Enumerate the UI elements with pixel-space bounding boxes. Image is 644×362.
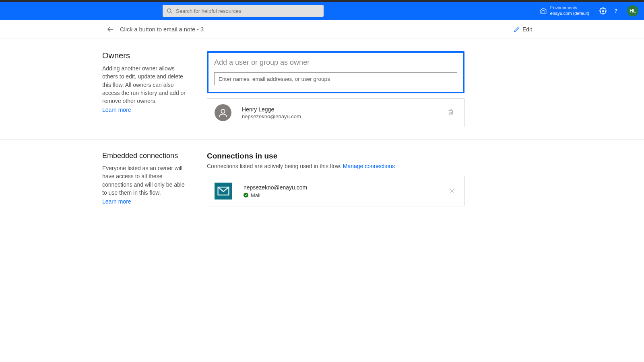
add-owner-input[interactable] xyxy=(214,72,457,85)
connections-in-use-heading: Connections in use xyxy=(207,152,464,160)
owners-section: Owners Adding another owner allows other… xyxy=(0,39,644,140)
page-title: Click a button to email a note - 3 xyxy=(120,26,204,33)
add-owner-box: Add a user or group as owner xyxy=(207,51,464,93)
connection-card: nepsezekno@enayu.com Mail xyxy=(207,176,464,206)
help-icon xyxy=(613,8,619,14)
remove-connection-button[interactable] xyxy=(447,186,457,197)
top-bar: Environments enayu.com (default) HL xyxy=(0,2,644,20)
connection-icon-box xyxy=(215,183,232,200)
connection-service: Mail xyxy=(251,192,260,198)
back-button[interactable] xyxy=(103,22,118,37)
svg-point-2 xyxy=(602,10,604,12)
command-bar: Click a button to email a note - 3 Edit xyxy=(0,20,644,39)
global-search[interactable] xyxy=(163,5,324,17)
help-button[interactable] xyxy=(609,8,622,14)
owner-avatar xyxy=(215,104,231,121)
search-input[interactable] xyxy=(176,8,320,14)
user-avatar[interactable]: HL xyxy=(627,5,638,16)
mail-icon xyxy=(217,187,229,195)
connections-subtext: Connections listed are actively being us… xyxy=(207,163,464,169)
edit-label: Edit xyxy=(522,26,532,33)
connection-account: nepsezekno@enayu.com xyxy=(244,184,447,191)
owners-learn-more-link[interactable]: Learn more xyxy=(102,107,131,113)
pencil-icon xyxy=(514,26,520,33)
svg-point-5 xyxy=(221,109,225,113)
search-icon xyxy=(167,8,173,14)
owners-heading: Owners xyxy=(102,51,191,60)
person-icon xyxy=(217,107,229,118)
svg-point-0 xyxy=(167,8,171,12)
owners-description: Adding another owner allows others to ed… xyxy=(102,64,191,105)
connections-section: Embedded connections Everyone listed as … xyxy=(0,140,644,218)
add-owner-title: Add a user or group as owner xyxy=(214,58,457,67)
gear-icon xyxy=(599,7,607,14)
owner-email: nepsezekno@enayu.com xyxy=(242,113,447,119)
environment-picker[interactable]: Environments enayu.com (default) xyxy=(540,5,589,16)
remove-owner-button[interactable] xyxy=(447,109,457,117)
close-icon xyxy=(449,187,455,194)
check-icon xyxy=(244,193,248,197)
settings-button[interactable] xyxy=(597,7,609,14)
trash-icon xyxy=(447,109,454,116)
connections-learn-more-link[interactable]: Learn more xyxy=(102,198,131,205)
edit-button[interactable]: Edit xyxy=(514,26,532,33)
svg-line-1 xyxy=(170,12,172,13)
owner-card: Henry Legge nepsezekno@enayu.com xyxy=(207,98,464,127)
embedded-connections-heading: Embedded connections xyxy=(102,152,191,160)
environment-value: enayu.com (default) xyxy=(550,11,589,16)
back-arrow-icon xyxy=(107,26,114,33)
embedded-connections-description: Everyone listed as an owner will have ac… xyxy=(102,164,191,197)
environment-label: Environments xyxy=(550,5,589,11)
environment-icon xyxy=(540,7,547,14)
owner-name: Henry Legge xyxy=(242,106,447,113)
manage-connections-link[interactable]: Manage connections xyxy=(343,163,395,169)
svg-point-3 xyxy=(615,12,616,13)
